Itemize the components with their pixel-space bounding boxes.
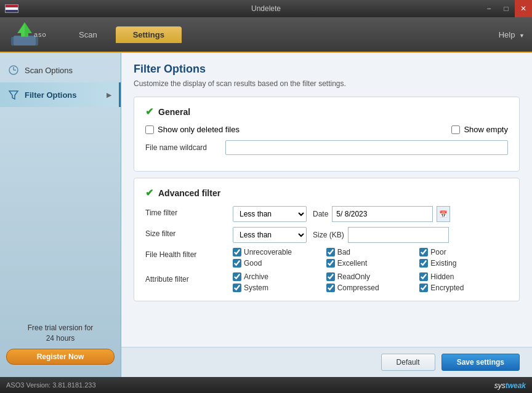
health-good: Good [233, 259, 321, 268]
default-button[interactable]: Default [381, 354, 435, 371]
attribute-grid: Archive ReadOnly Hidden [233, 272, 508, 292]
general-panel: ✔ General Show only deleted files Show e… [134, 97, 520, 172]
file-health-filter-label: File Health filter [145, 248, 225, 259]
date-group: Date 📅 [313, 206, 450, 222]
health-excellent: Excellent [326, 259, 415, 268]
show-empty-group: Show empty [451, 125, 508, 134]
calendar-button[interactable]: 📅 [437, 206, 450, 222]
version-text: ASO3 Version: 3.81.8181.233 [6, 381, 96, 389]
attr-hidden-checkbox[interactable] [419, 272, 428, 281]
trial-text: Free trial version for24 hours [6, 323, 115, 344]
size-kb-group: Size (KB) [313, 227, 449, 243]
svg-rect-1 [14, 36, 36, 46]
health-unrecoverable: Unrecoverable [233, 248, 321, 256]
minimize-button[interactable]: − [480, 0, 498, 17]
health-existing: Existing [419, 259, 508, 268]
help-button[interactable]: Help ▼ [499, 30, 525, 39]
general-checkboxes-row: Show only deleted files Show empty [145, 125, 508, 134]
flag-area [5, 4, 18, 13]
nav-tabs: Scan Settings [62, 26, 182, 43]
window-title: Undelete [251, 4, 281, 13]
advanced-filter-panel: ✔ Advanced filter Time filter Less than … [134, 178, 520, 301]
health-existing-checkbox[interactable] [419, 259, 428, 268]
filename-wildcard-label: File name wildcard [145, 143, 219, 152]
health-good-checkbox[interactable] [233, 259, 241, 268]
page-title: Filter Options [134, 63, 520, 76]
size-filter-select[interactable]: Less than Greater than Equal to [233, 227, 307, 243]
filename-wildcard-row: File name wildcard [145, 140, 508, 155]
sidebar-item-scan-options[interactable]: Scan Options [0, 58, 121, 82]
show-empty-checkbox[interactable] [451, 125, 460, 134]
attribute-filter-label: Attribute filter [145, 272, 225, 284]
health-excellent-checkbox[interactable] [326, 259, 335, 268]
sidebar-arrow-icon: ▶ [107, 92, 111, 98]
settings-tab[interactable]: Settings [116, 26, 182, 43]
filter-options-label: Filter Options [25, 90, 77, 100]
size-filter-controls: Less than Greater than Equal to Size (KB… [233, 227, 508, 243]
attr-archive: Archive [233, 272, 321, 281]
attribute-checkboxes: Archive ReadOnly Hidden [233, 272, 508, 292]
action-bar: Default Save settings [121, 347, 532, 377]
brand-highlight-text: tweak [506, 381, 526, 390]
size-filter-label: Size filter [145, 227, 225, 238]
maximize-button[interactable]: □ [498, 0, 515, 17]
show-deleted-checkbox[interactable] [145, 125, 154, 134]
filename-wildcard-input[interactable] [225, 140, 508, 155]
general-section-header: ✔ General [145, 106, 508, 117]
attr-hidden: Hidden [419, 272, 508, 281]
time-filter-controls: Less than Greater than Equal to Date 📅 [233, 206, 508, 222]
time-filter-select[interactable]: Less than Greater than Equal to [233, 206, 307, 222]
show-empty-label: Show empty [464, 125, 508, 134]
attr-encrypted-checkbox[interactable] [419, 284, 428, 292]
close-button[interactable]: ✕ [515, 0, 532, 17]
advanced-filter-header: ✔ Advanced filter [145, 187, 508, 199]
date-input[interactable] [332, 206, 433, 222]
trial-box: Free trial version for24 hours Register … [6, 323, 115, 365]
health-bad-checkbox[interactable] [326, 248, 335, 256]
flag-icon [5, 4, 18, 13]
main-wrapper: Filter Options Customize the display of … [121, 53, 532, 377]
scan-tab[interactable]: Scan [62, 26, 115, 43]
health-poor-checkbox[interactable] [419, 248, 428, 256]
general-label: General [158, 107, 190, 117]
attr-encrypted: Encrypted [419, 284, 508, 292]
show-deleted-group: Show only deleted files [145, 125, 240, 134]
register-button[interactable]: Register Now [6, 349, 115, 365]
health-unrecoverable-checkbox[interactable] [233, 248, 241, 256]
main-layout: Scan Options Filter Options ▶ Free trial… [0, 53, 532, 377]
filter-grid: Time filter Less than Greater than Equal… [145, 206, 508, 292]
statusbar: ASO3 Version: 3.81.8181.233 systweak [0, 377, 532, 393]
scan-options-label: Scan Options [25, 66, 73, 75]
health-grid: Unrecoverable Bad Poor [233, 248, 508, 268]
save-settings-button[interactable]: Save settings [441, 354, 520, 371]
filter-options-icon [7, 89, 20, 101]
size-kb-label: Size (KB) [313, 231, 344, 239]
attr-readonly: ReadOnly [326, 272, 415, 281]
app-name-label: aso [34, 31, 47, 38]
brand-area: systweak [494, 381, 526, 390]
attr-compressed-checkbox[interactable] [326, 284, 335, 292]
svg-marker-7 [9, 91, 18, 99]
sidebar-item-filter-options[interactable]: Filter Options ▶ [0, 82, 121, 107]
advanced-check-icon: ✔ [145, 187, 153, 199]
navbar: aso Scan Settings Help ▼ [0, 17, 532, 53]
attr-archive-checkbox[interactable] [233, 272, 241, 281]
time-filter-label: Time filter [145, 206, 225, 217]
date-label: Date [313, 210, 328, 218]
attr-system-checkbox[interactable] [233, 284, 241, 292]
help-arrow-icon: ▼ [519, 33, 525, 39]
attr-compressed: Compressed [326, 284, 415, 292]
attr-readonly-checkbox[interactable] [326, 272, 335, 281]
attr-system: System [233, 284, 321, 292]
size-kb-input[interactable] [348, 227, 449, 243]
svg-marker-3 [18, 23, 25, 36]
titlebar: Undelete − □ ✕ [0, 0, 532, 17]
health-bad: Bad [326, 248, 415, 256]
scan-options-icon [7, 64, 20, 76]
content-area: Filter Options Customize the display of … [121, 53, 532, 347]
general-check-icon: ✔ [145, 106, 153, 117]
advanced-filter-label: Advanced filter [158, 188, 220, 198]
file-health-checkboxes: Unrecoverable Bad Poor [233, 248, 508, 268]
sidebar: Scan Options Filter Options ▶ Free trial… [0, 53, 121, 377]
page-desc: Customize the display of scan results ba… [134, 79, 520, 88]
